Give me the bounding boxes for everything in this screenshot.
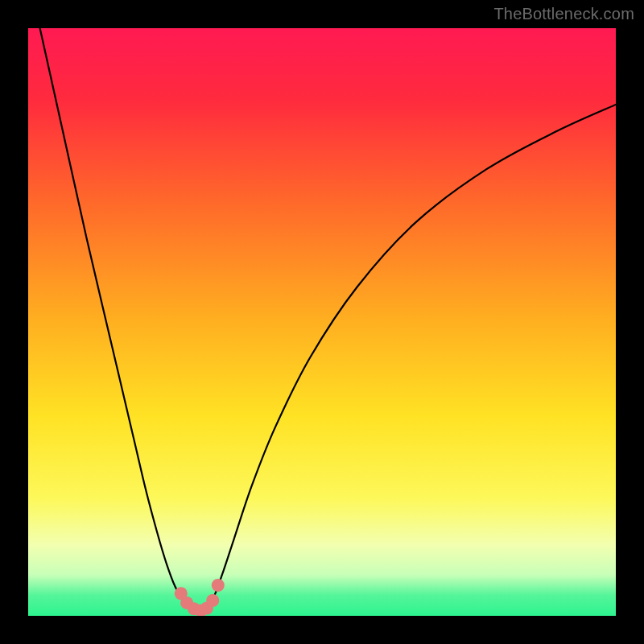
plot-area [28,28,616,616]
watermark-text: TheBottleneck.com [493,5,634,23]
left-branch-path [40,28,193,613]
valley-marker [206,594,219,607]
valley-markers [175,579,225,616]
curve-layer [28,28,616,616]
chart-frame: TheBottleneck.com [0,0,644,644]
valley-marker [212,579,225,592]
right-branch-path [204,105,616,613]
